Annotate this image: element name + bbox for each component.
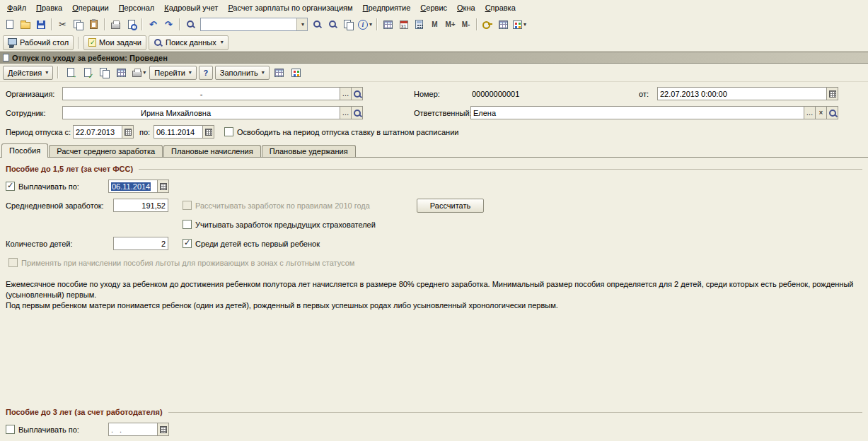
menu-payroll-by-org[interactable]: Расчет зарплаты по организациям [223, 1, 357, 14]
period-from-picker-button[interactable] [122, 125, 134, 139]
calculator-button[interactable] [412, 17, 427, 32]
table-button[interactable] [381, 17, 395, 32]
calendar-button[interactable] [396, 17, 411, 32]
goto-button[interactable]: Перейти ▾ [149, 66, 197, 80]
menu-help[interactable]: Справка [480, 1, 521, 14]
document-date-picker-button[interactable] [827, 87, 838, 100]
period-to-field[interactable]: 06.11.2014 [154, 125, 214, 139]
find-next-button[interactable] [310, 17, 325, 32]
previous-insurers-checkbox[interactable]: Учитывать заработок предыдущих страховат… [183, 220, 376, 229]
rules-2010-checkbox[interactable]: Рассчитывать заработок по правилам 2010 … [183, 201, 370, 210]
employee-field[interactable]: Ирина Михайловна … [62, 106, 363, 119]
tab-average-earnings[interactable]: Расчет среднего заработка [49, 145, 163, 157]
menu-windows[interactable]: Окна [452, 1, 480, 14]
period-to-picker-button[interactable] [203, 125, 214, 139]
document-movements-button[interactable] [114, 65, 129, 80]
pay-until-date-field[interactable]: 06.11.2014 [108, 180, 169, 193]
period-to-input[interactable]: 06.11.2014 [154, 125, 203, 139]
quick-search-combobox[interactable]: ▾ [200, 18, 308, 31]
service-dropdown-button[interactable]: ▾ [511, 17, 528, 32]
form-settings-button[interactable] [289, 65, 303, 80]
document-icon [3, 54, 9, 61]
first-child-checkbox[interactable]: Среди детей есть первый ребенок [183, 239, 320, 248]
reread-button[interactable] [63, 65, 78, 80]
copy-button[interactable] [71, 17, 86, 32]
menu-operations[interactable]: Операции [67, 1, 113, 14]
responsible-select-button[interactable]: … [804, 106, 816, 119]
post-document-button[interactable] [80, 65, 95, 80]
save-button[interactable] [33, 17, 48, 32]
pay-until-checkbox[interactable]: Выплачивать по: [6, 182, 108, 191]
paste-button[interactable] [86, 17, 101, 32]
menu-hr-accounting[interactable]: Кадровый учет [159, 1, 223, 14]
menu-file[interactable]: Файл [2, 1, 31, 14]
help-button[interactable]: ? [199, 66, 213, 80]
zone-benefits-checkbox[interactable]: Применять при начислении пособия льготы … [8, 258, 354, 267]
my-tasks-button[interactable]: Мои задачи [83, 35, 146, 50]
memory-recall-button[interactable]: M [427, 17, 442, 32]
cut-button[interactable] [55, 17, 70, 32]
calendar-icon [400, 20, 408, 29]
rules-2010-label: Рассчитывать заработок по правилам 2010 … [195, 201, 370, 210]
undo-icon [149, 19, 157, 30]
organization-field[interactable]: - … [62, 87, 363, 100]
average-earnings-value: 191,52 [141, 201, 166, 210]
desktop-button[interactable]: Рабочий стол [3, 35, 74, 50]
memory-subtract-button[interactable]: M- [458, 17, 473, 32]
period-from-value: 22.07.2013 [76, 128, 115, 136]
responsible-input[interactable]: Елена [470, 106, 804, 119]
print-button[interactable] [108, 17, 123, 32]
document-date-input[interactable]: 22.07.2013 0:00:00 [657, 87, 827, 100]
document-date-value: 22.07.2013 0:00:00 [660, 90, 727, 98]
undo-button[interactable] [146, 17, 161, 32]
actions-button[interactable]: Действия ▾ [3, 66, 53, 80]
find-prev-button[interactable] [325, 17, 340, 32]
children-count-input[interactable]: 2 [113, 237, 168, 250]
average-earnings-input[interactable]: 191,52 [113, 199, 168, 212]
menu-enterprise[interactable]: Предприятие [358, 1, 416, 14]
employee-open-button[interactable] [352, 106, 363, 119]
find-button[interactable] [183, 17, 198, 32]
table-settings-button[interactable] [496, 17, 511, 32]
fill-button[interactable]: Заполнить ▾ [215, 66, 270, 80]
menu-edit[interactable]: Правка [31, 1, 67, 14]
employee-select-button[interactable]: … [340, 106, 352, 119]
temp-block-button[interactable] [480, 17, 495, 32]
tab-benefits[interactable]: Пособия [1, 143, 48, 158]
responsible-field[interactable]: Елена … × [470, 106, 838, 119]
report-button[interactable] [272, 65, 287, 80]
employee-input[interactable]: Ирина Михайловна [62, 106, 340, 119]
print-preview-button[interactable] [124, 17, 139, 32]
info-paragraph-1: Ежемесячное пособие по уходу за ребенком… [6, 279, 858, 300]
responsible-open-button[interactable] [827, 106, 838, 119]
organization-select-button[interactable]: … [340, 87, 352, 100]
period-from-field[interactable]: 22.07.2013 [73, 125, 134, 139]
benefit-3-date-input[interactable]: . . [108, 423, 158, 436]
tab-planned-deductions[interactable]: Плановые удержания [262, 145, 356, 157]
menu-service[interactable]: Сервис [415, 1, 452, 14]
print-form-button[interactable]: ▾ [131, 65, 147, 80]
data-search-button[interactable]: Поиск данных ▾ [149, 35, 228, 50]
period-from-input[interactable]: 22.07.2013 [73, 125, 122, 139]
organization-open-button[interactable] [352, 87, 363, 100]
organization-input[interactable]: - [62, 87, 340, 100]
benefit-3-picker-button[interactable] [158, 423, 169, 436]
redo-button[interactable] [161, 17, 176, 32]
pay-until-date-input[interactable]: 06.11.2014 [108, 180, 158, 193]
menu-personnel[interactable]: Персонал [114, 1, 160, 14]
info-dropdown-button[interactable]: ▾ [357, 17, 374, 32]
document-date-field[interactable]: 22.07.2013 0:00:00 [657, 87, 838, 100]
copy-document-button[interactable] [97, 65, 112, 80]
new-document-button[interactable] [2, 17, 17, 32]
benefit-3-pay-until-checkbox[interactable]: Выплачивать по: [6, 425, 108, 434]
benefit-3-date-field[interactable]: . . [108, 423, 169, 436]
pay-until-picker-button[interactable] [158, 180, 169, 193]
tab-planned-accruals[interactable]: Плановые начисления [163, 145, 261, 157]
duplicate-button[interactable] [341, 17, 356, 32]
release-position-checkbox[interactable]: Освободить на период отпуска ставку в шт… [224, 127, 458, 136]
responsible-clear-button[interactable]: × [816, 106, 827, 119]
combo-dropdown-button[interactable]: ▾ [296, 18, 307, 30]
memory-add-button[interactable]: M+ [443, 17, 458, 32]
calculate-button[interactable]: Рассчитать [417, 199, 484, 213]
open-button[interactable] [18, 17, 33, 32]
